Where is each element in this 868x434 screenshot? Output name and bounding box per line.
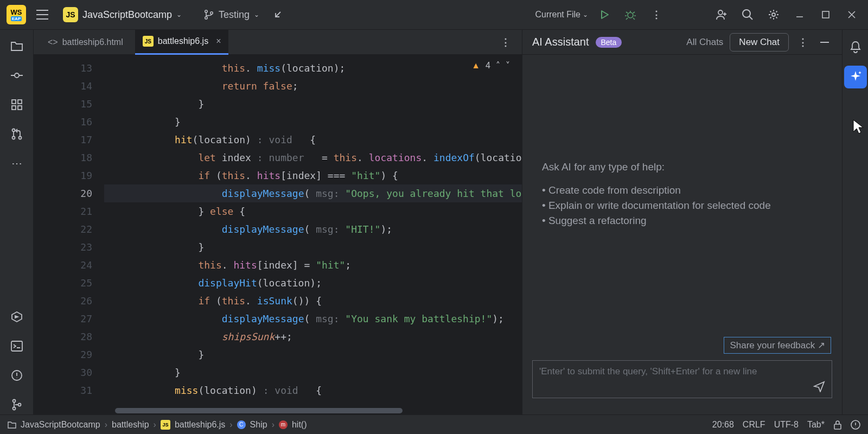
code-content[interactable]: this. miss(location); return false; } } …: [104, 55, 522, 414]
breadcrumb-project[interactable]: JavaScriptBootcamp: [21, 420, 100, 430]
chevron-down-icon: ⌄: [583, 11, 588, 18]
svg-point-5: [743, 10, 750, 17]
svg-point-13: [12, 129, 15, 132]
close-tab-icon[interactable]: ×: [216, 36, 221, 46]
services-icon[interactable]: [7, 307, 27, 327]
left-tool-bar: ⋯: [0, 30, 34, 414]
svg-rect-11: [12, 106, 16, 110]
breadcrumb-folder[interactable]: battleship: [112, 420, 149, 430]
ai-panel-header: AI Assistant Beta All Chats New Chat ⋮: [522, 30, 842, 55]
ai-prompt-heading: Ask AI for any type of help:: [542, 161, 822, 173]
close-window-icon[interactable]: [842, 5, 861, 24]
svg-rect-12: [18, 106, 22, 110]
class-icon: C: [237, 420, 246, 429]
svg-rect-21: [834, 424, 841, 429]
main-toolbar: WSEAP JS JavaScriptBootcamp ⌄ Testing ⌄ …: [0, 0, 868, 30]
ai-more-icon[interactable]: ⋮: [795, 33, 810, 52]
branch-icon: [203, 9, 214, 20]
horizontal-scrollbar[interactable]: [104, 407, 522, 414]
add-user-icon[interactable]: [712, 5, 731, 24]
breadcrumb-file[interactable]: battleship6.js: [175, 420, 225, 430]
problems-icon[interactable]: [7, 366, 27, 385]
ai-suggestion-item: Create code from description: [542, 183, 822, 198]
html-file-icon: <>: [48, 37, 58, 47]
structure-icon[interactable]: [7, 95, 27, 114]
svg-point-0: [205, 10, 207, 12]
ai-query-input[interactable]: [533, 361, 832, 398]
svg-rect-7: [822, 11, 829, 18]
vcs-icon[interactable]: [7, 395, 27, 414]
debug-button[interactable]: [621, 5, 640, 24]
project-selector[interactable]: JS JavaScriptBootcamp ⌄: [59, 5, 186, 24]
ai-title: AI Assistant: [532, 36, 589, 48]
warning-icon[interactable]: ▲: [471, 61, 480, 71]
status-bar: JavaScriptBootcamp › battleship › JS bat…: [0, 414, 868, 434]
send-icon[interactable]: [813, 380, 825, 392]
svg-point-2: [210, 12, 213, 14]
notifications-icon[interactable]: [846, 37, 865, 57]
feedback-link[interactable]: Share your feedback ↗: [724, 337, 831, 354]
tab-html[interactable]: <> battleship6.html: [40, 30, 131, 55]
search-icon[interactable]: [738, 5, 757, 24]
hamburger-menu-icon[interactable]: [33, 5, 52, 24]
tab-label: battleship6.js: [158, 36, 208, 46]
run-config-label: Current File: [535, 10, 580, 20]
commit-icon[interactable]: [7, 66, 27, 85]
warning-count: 4: [486, 61, 490, 71]
code-editor[interactable]: ▲ 4 ˄ ˅ 13141516171819202122232425262728…: [34, 55, 522, 414]
method-icon: m: [279, 420, 288, 429]
minimize-panel-icon[interactable]: [817, 33, 832, 52]
ai-input-container: [532, 360, 832, 398]
tab-more-icon[interactable]: ⋮: [496, 33, 515, 52]
svg-point-3: [628, 12, 633, 18]
tab-label: battleship6.html: [62, 37, 123, 47]
settings-gear-icon[interactable]: [764, 5, 783, 24]
tab-js[interactable]: JS battleship6.js ×: [135, 30, 229, 55]
chevron-down-icon: ⌄: [254, 11, 259, 18]
terminal-icon[interactable]: [7, 336, 27, 356]
branch-name[interactable]: Testing: [219, 9, 250, 21]
chevron-down-icon: ⌄: [176, 11, 182, 18]
file-encoding[interactable]: UTF-8: [774, 420, 799, 430]
ai-assistant-panel: AI Assistant Beta All Chats New Chat ⋮ A…: [522, 30, 842, 414]
all-chats-link[interactable]: All Chats: [686, 37, 723, 48]
incoming-arrow-icon[interactable]: [268, 5, 288, 24]
ai-suggestions-list: Create code from descriptionExplain or w…: [542, 183, 822, 228]
ai-suggestion-item: Suggest a refactoring: [542, 213, 822, 228]
breadcrumb-method[interactable]: hit(): [292, 420, 307, 430]
svg-point-19: [12, 407, 15, 410]
svg-point-4: [718, 10, 723, 15]
prev-highlight-icon[interactable]: ˄: [496, 60, 500, 71]
svg-rect-10: [18, 100, 22, 104]
run-config-selector[interactable]: Current File ⌄: [535, 10, 588, 20]
status-info-icon[interactable]: [851, 420, 860, 430]
more-icon[interactable]: ⋯: [7, 154, 27, 173]
scrollbar-thumb[interactable]: [115, 408, 403, 413]
indent-setting[interactable]: Tab*: [807, 420, 825, 430]
svg-point-6: [772, 13, 775, 16]
editor-pane: <> battleship6.html JS battleship6.js × …: [34, 30, 522, 414]
pull-requests-icon[interactable]: [7, 124, 27, 144]
js-icon: JS: [63, 7, 78, 22]
new-chat-button[interactable]: New Chat: [730, 33, 789, 52]
run-button[interactable]: [595, 5, 614, 24]
body-area: ⋯ <> battleship6.html JS battleship6.js …: [0, 30, 868, 414]
next-highlight-icon[interactable]: ˅: [506, 60, 510, 71]
project-files-icon[interactable]: [7, 36, 27, 56]
cursor-position[interactable]: 20:68: [712, 420, 734, 430]
ai-sparkle-button[interactable]: [844, 66, 867, 88]
mouse-cursor-icon: [852, 119, 865, 135]
editor-tabs: <> battleship6.html JS battleship6.js × …: [34, 30, 522, 55]
svg-point-18: [12, 400, 15, 403]
minimize-window-icon[interactable]: [790, 5, 809, 24]
breadcrumb[interactable]: JavaScriptBootcamp › battleship › JS bat…: [8, 420, 307, 430]
maximize-window-icon[interactable]: [816, 5, 835, 24]
editor-indicators: ▲ 4 ˄ ˅: [471, 60, 510, 71]
js-file-icon: JS: [161, 420, 170, 430]
svg-rect-9: [12, 100, 16, 104]
more-actions-icon[interactable]: ⋮: [647, 5, 666, 24]
readonly-lock-icon[interactable]: [833, 420, 842, 430]
line-separator[interactable]: CRLF: [743, 420, 765, 430]
line-gutter: 13141516171819202122232425262728293031: [34, 55, 104, 414]
breadcrumb-class[interactable]: Ship: [250, 420, 267, 430]
